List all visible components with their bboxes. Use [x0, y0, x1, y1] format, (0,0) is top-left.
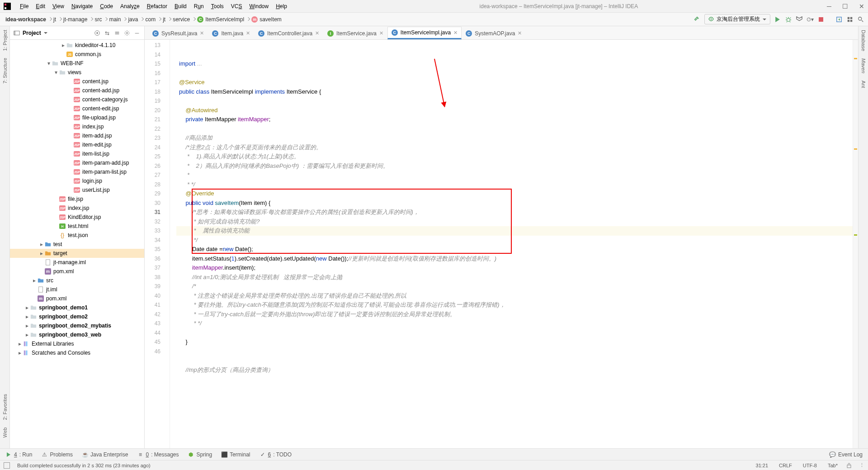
tab-close-icon[interactable]: ✕: [453, 30, 458, 36]
tool-favorites[interactable]: 2: Favorites: [2, 394, 8, 420]
tool-maven[interactable]: Maven: [861, 58, 866, 73]
tree-item[interactable]: ▸External Libraries: [10, 339, 144, 348]
tree-item[interactable]: mpom.xml: [10, 267, 144, 276]
indent-info[interactable]: Tab*: [826, 463, 840, 468]
breadcrumb-item[interactable]: CItemServiceImpl: [195, 16, 246, 23]
tree-item[interactable]: ▸springboot_demo1: [10, 303, 144, 312]
project-tree[interactable]: ▸kindeditor-4.1.10JScommon.js▾WEB-INF▾vi…: [10, 40, 144, 448]
tree-item[interactable]: ▾WEB-INF: [10, 59, 144, 68]
stop-button-icon[interactable]: [817, 16, 825, 23]
profile-button-icon[interactable]: ▾: [807, 16, 814, 23]
breadcrumb-item[interactable]: jt: [161, 16, 167, 23]
breadcrumb-item[interactable]: jt: [52, 16, 58, 23]
menu-refactor[interactable]: Refactor: [143, 1, 171, 11]
tool-project[interactable]: 1: Project: [2, 30, 8, 51]
tree-item[interactable]: Htest.html: [10, 222, 144, 231]
tree-item[interactable]: JSPfile-upload.jsp: [10, 113, 144, 122]
tree-item[interactable]: jt-manage.iml: [10, 258, 144, 267]
tree-item[interactable]: JSPcontent.jsp: [10, 77, 144, 86]
notifications-icon[interactable]: ⋮: [859, 462, 864, 468]
tool-web[interactable]: Web: [2, 427, 8, 437]
close-button[interactable]: ✕: [859, 3, 864, 10]
readonly-lock-icon[interactable]: [847, 463, 852, 468]
tree-item[interactable]: ▸springboot_demo3_web: [10, 330, 144, 339]
tree-item[interactable]: JSPindex.jsp: [10, 204, 144, 213]
menu-navigate[interactable]: Navigate: [68, 1, 96, 11]
tree-item[interactable]: ▸test: [10, 240, 144, 249]
tree-item[interactable]: JSPuserList.jsp: [10, 185, 144, 195]
update-app-icon[interactable]: [835, 16, 843, 23]
tool-run[interactable]: 4: Run: [5, 451, 32, 458]
editor-tab[interactable]: CSystemAOP.java✕: [462, 27, 526, 39]
tool-structure[interactable]: 7: Structure: [2, 58, 8, 84]
menu-analyze[interactable]: Analyze: [117, 1, 143, 11]
tree-item[interactable]: ▸target: [10, 249, 144, 258]
menu-vcs[interactable]: VCS: [227, 1, 246, 11]
target-icon[interactable]: [94, 29, 101, 37]
tool-database[interactable]: Database: [861, 30, 866, 51]
tree-item[interactable]: ▸src: [10, 276, 144, 285]
tree-item[interactable]: jt.iml: [10, 285, 144, 294]
editor-tab[interactable]: CItem.java✕: [208, 27, 254, 39]
tree-item[interactable]: ▾views: [10, 68, 144, 77]
status-icon[interactable]: [4, 462, 10, 469]
minimize-button[interactable]: ─: [827, 3, 831, 10]
line-number-gutter[interactable]: 1314151617181920212223242526272829303132…: [145, 40, 170, 448]
tab-close-icon[interactable]: ✕: [379, 30, 383, 36]
file-encoding[interactable]: UTF-8: [801, 463, 819, 468]
tree-item[interactable]: JSPcontent-add.jsp: [10, 86, 144, 95]
menu-run[interactable]: Run: [190, 1, 208, 11]
menu-help[interactable]: Help: [272, 1, 291, 11]
collapse-all-icon[interactable]: [113, 29, 121, 37]
fold-gutter[interactable]: [170, 40, 176, 448]
menu-build[interactable]: Build: [171, 1, 190, 11]
tree-item[interactable]: JSPitem-list.jsp: [10, 149, 144, 158]
maximize-button[interactable]: ☐: [842, 3, 848, 10]
project-title[interactable]: Project: [23, 30, 91, 36]
tree-item[interactable]: {}test.json: [10, 231, 144, 240]
tool-event-log[interactable]: 💬Event Log: [830, 451, 863, 458]
tree-item[interactable]: ▸springboot_demo2_mybatis: [10, 321, 144, 330]
menu-tools[interactable]: Tools: [208, 1, 227, 11]
tool-ant[interactable]: Ant: [861, 81, 866, 88]
editor-tab[interactable]: CItemServiceImpl.java✕: [387, 27, 462, 39]
run-button-icon[interactable]: [774, 16, 781, 23]
run-configuration-selector[interactable]: 京淘后台管理系统: [704, 14, 770, 24]
error-stripe[interactable]: [853, 40, 858, 448]
editor-tab[interactable]: IItemService.java✕: [323, 27, 387, 39]
caret-position[interactable]: 31:21: [754, 463, 770, 468]
breadcrumb-item[interactable]: idea-workspace: [4, 16, 48, 23]
breadcrumb-item[interactable]: java: [126, 16, 140, 23]
tree-item[interactable]: JSPitem-add.jsp: [10, 131, 144, 140]
tree-item[interactable]: JScommon.js: [10, 50, 144, 59]
tree-item[interactable]: JSPitem-param-add.jsp: [10, 158, 144, 167]
build-hammer-icon[interactable]: [693, 16, 701, 23]
tool-problems[interactable]: ⚠Problems: [41, 451, 73, 458]
tree-item[interactable]: ▸kindeditor-4.1.10: [10, 41, 144, 50]
tool-messages[interactable]: ≡0: Messages: [137, 451, 179, 458]
tab-close-icon[interactable]: ✕: [246, 30, 250, 36]
tree-item[interactable]: ▸Scratches and Consoles: [10, 348, 144, 357]
editor-tab[interactable]: CItemController.java✕: [254, 27, 323, 39]
line-separator[interactable]: CRLF: [777, 463, 794, 468]
menu-window[interactable]: Window: [245, 1, 272, 11]
breadcrumb-item[interactable]: jt-manage: [61, 16, 89, 23]
debug-button-icon[interactable]: [785, 16, 792, 23]
menu-code[interactable]: Code: [96, 1, 117, 11]
tree-item[interactable]: JSPKindEditor.jsp: [10, 213, 144, 222]
tree-item[interactable]: JSPitem-param-list.jsp: [10, 167, 144, 176]
menu-edit[interactable]: Edit: [32, 1, 49, 11]
coverage-button-icon[interactable]: [796, 16, 803, 23]
hide-icon[interactable]: ─: [133, 29, 141, 37]
tree-item[interactable]: JSPindex.jsp: [10, 122, 144, 131]
breadcrumb-item[interactable]: main: [107, 16, 123, 23]
ide-settings-icon[interactable]: [846, 16, 854, 23]
editor-tab[interactable]: CSysResult.java✕: [148, 27, 208, 39]
tree-item[interactable]: JSPfile.jsp: [10, 195, 144, 204]
tool-terminal[interactable]: ⬛Terminal: [221, 451, 250, 458]
tab-close-icon[interactable]: ✕: [200, 30, 204, 36]
breadcrumb-item[interactable]: com: [143, 16, 157, 23]
expand-all-icon[interactable]: ⇆: [104, 29, 111, 37]
settings-icon[interactable]: [123, 29, 131, 37]
tab-close-icon[interactable]: ✕: [518, 30, 522, 36]
